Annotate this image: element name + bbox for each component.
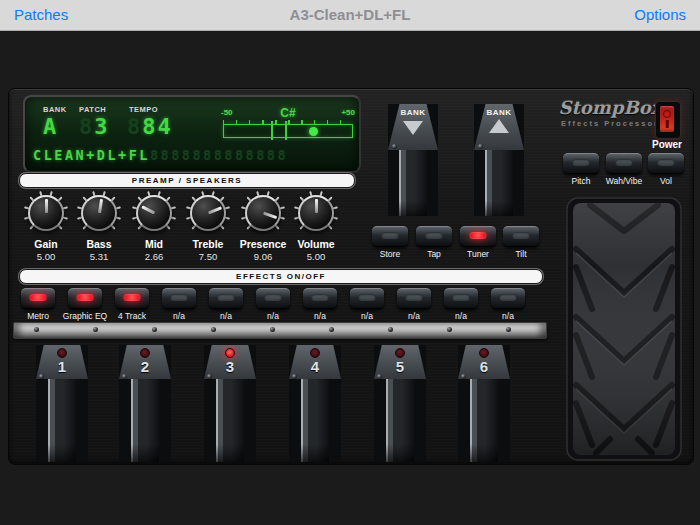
- utility-button-tuner[interactable]: [460, 226, 496, 247]
- bank-pedal-up[interactable]: BANK: [474, 104, 524, 216]
- effect-button-n-a[interactable]: [209, 288, 243, 309]
- effect-button-n-a[interactable]: [303, 288, 337, 309]
- led: [616, 159, 633, 166]
- bank-down-icon: [403, 121, 423, 135]
- footswitch-stem: [48, 379, 76, 462]
- tuner-bar: [223, 124, 353, 138]
- bank-label: BANK: [43, 105, 67, 114]
- knob-pointer-icon: [207, 206, 221, 214]
- brand-tagline: Effects Processor: [549, 119, 671, 128]
- footswitch-stem: [301, 379, 329, 462]
- effect-button-graphic-eq[interactable]: [68, 288, 102, 309]
- led: [453, 294, 470, 301]
- knob-value: 7.50: [180, 251, 236, 262]
- knob-bass[interactable]: Bass5.31: [71, 191, 127, 262]
- knob-presence[interactable]: Presence9.06: [235, 191, 291, 262]
- utility-button-tilt[interactable]: [503, 226, 539, 247]
- footswitch-number: 2: [119, 358, 171, 375]
- knob-gain[interactable]: Gain5.00: [18, 191, 74, 262]
- effect-button-label: n/a: [293, 311, 347, 321]
- utility-button-tap[interactable]: [416, 226, 452, 247]
- footswitch-1[interactable]: 1: [36, 345, 88, 462]
- brand-logo: StompBox Effects Processor: [549, 97, 671, 128]
- knob-body: [190, 195, 226, 231]
- utility-button-label: Tilt: [493, 249, 549, 259]
- utility-button-store[interactable]: [372, 226, 408, 247]
- effect-button-metro[interactable]: [21, 288, 55, 309]
- effect-button-label: Metro: [11, 311, 65, 321]
- expression-pedal-tread: [566, 197, 682, 461]
- toe-button-label: Vol: [638, 176, 694, 186]
- effect-button-label: n/a: [481, 311, 535, 321]
- effect-button-label: n/a: [246, 311, 300, 321]
- led: [30, 294, 47, 301]
- effect-button-n-a[interactable]: [256, 288, 290, 309]
- power-label: Power: [639, 139, 695, 150]
- footswitch-stem: [386, 379, 414, 462]
- knob-mid[interactable]: Mid2.66: [126, 191, 182, 262]
- led: [406, 294, 423, 301]
- footswitch-plate: 1: [36, 345, 88, 379]
- footswitch-led: [310, 348, 320, 358]
- screw-icon: [388, 327, 393, 332]
- knob-value: 5.00: [18, 251, 74, 262]
- toe-button-pitch[interactable]: [563, 153, 599, 174]
- bank-pedal-stem: [485, 150, 513, 216]
- toe-button-wah-vibe[interactable]: [606, 153, 642, 174]
- bank-value: A: [43, 116, 58, 138]
- footswitch-plate: 2: [119, 345, 171, 379]
- knob-dial: [77, 191, 121, 235]
- footswitch-number: 5: [374, 358, 426, 375]
- knob-value: 5.00: [288, 251, 344, 262]
- knob-label: Bass: [71, 238, 127, 250]
- led: [124, 294, 141, 301]
- effect-button-n-a[interactable]: [350, 288, 384, 309]
- footswitch-led: [140, 348, 150, 358]
- patches-button[interactable]: Patches: [14, 0, 68, 30]
- navigation-bar: Patches A3-Clean+DL+FL Options: [0, 0, 700, 31]
- expression-pedal[interactable]: [566, 197, 682, 461]
- knob-treble[interactable]: Treble7.50: [180, 191, 236, 262]
- lcd-ghost: 8: [79, 114, 94, 139]
- led: [312, 294, 329, 301]
- footswitch-6[interactable]: 6: [458, 345, 510, 462]
- effect-button-n-a[interactable]: [397, 288, 431, 309]
- footswitch-4[interactable]: 4: [289, 345, 341, 462]
- footswitch-stem: [216, 379, 244, 462]
- toe-button-vol[interactable]: [648, 153, 684, 174]
- bank-pedal-stem: [399, 150, 427, 216]
- screw-icon: [122, 374, 127, 379]
- footswitch-number: 4: [289, 358, 341, 375]
- screw-icon: [329, 327, 334, 332]
- knob-volume[interactable]: Volume5.00: [288, 191, 344, 262]
- footswitch-led: [479, 348, 489, 358]
- power-switch[interactable]: [655, 101, 681, 139]
- knob-pointer-icon: [45, 199, 48, 213]
- screw-icon: [270, 327, 275, 332]
- options-button[interactable]: Options: [634, 0, 686, 30]
- knob-label: Gain: [18, 238, 74, 250]
- footswitch-3[interactable]: 3: [204, 345, 256, 462]
- footswitch-led: [225, 348, 235, 358]
- knob-label: Mid: [126, 238, 182, 250]
- led: [171, 294, 188, 301]
- power-off-marking-icon: [663, 110, 671, 118]
- led: [658, 159, 675, 166]
- lcd-display: BANK A PATCH 83 TEMPO 884 CLEAN+DL+FL888…: [23, 95, 361, 173]
- knob-body: [298, 195, 334, 231]
- effect-button-n-a[interactable]: [491, 288, 525, 309]
- footswitch-2[interactable]: 2: [119, 345, 171, 462]
- effect-button-label: n/a: [434, 311, 488, 321]
- footswitch-number: 6: [458, 358, 510, 375]
- footswitch-number: 3: [204, 358, 256, 375]
- led: [513, 232, 530, 239]
- effect-button-label: n/a: [152, 311, 206, 321]
- bank-pedal-down[interactable]: BANK: [388, 104, 438, 216]
- screw-icon: [207, 374, 212, 379]
- effect-button-n-a[interactable]: [162, 288, 196, 309]
- effect-button-n-a[interactable]: [444, 288, 478, 309]
- footswitch-5[interactable]: 5: [374, 345, 426, 462]
- preamp-section-header: PREAMP / SPEAKERS: [19, 173, 355, 188]
- footswitch-plate: 4: [289, 345, 341, 379]
- effect-button-4-track[interactable]: [115, 288, 149, 309]
